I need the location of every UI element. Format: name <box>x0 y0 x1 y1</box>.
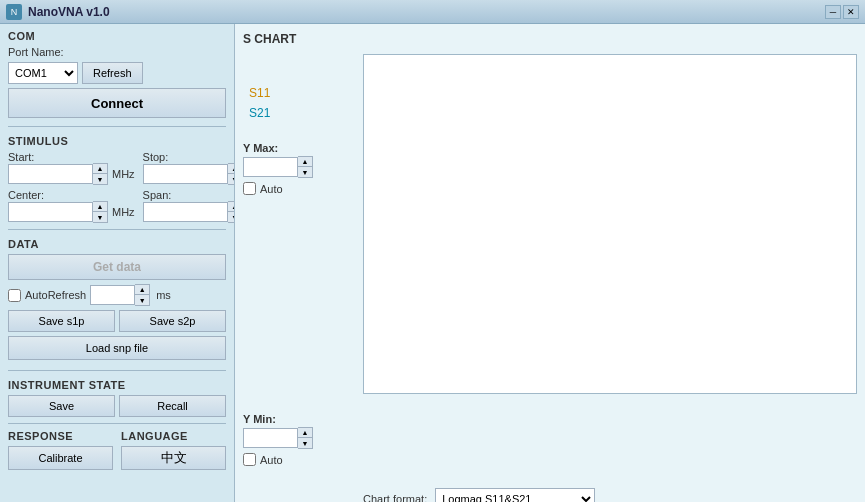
y-min-down-arrow[interactable]: ▼ <box>298 438 312 448</box>
legend-s21: S21 <box>243 104 363 122</box>
com-port-select[interactable]: COM1 COM2 COM3 <box>8 62 78 84</box>
y-min-auto-checkbox[interactable] <box>243 453 256 466</box>
span-input[interactable]: 300.000000 <box>143 202 228 222</box>
interval-up-arrow[interactable]: ▲ <box>135 285 149 295</box>
y-min-input[interactable]: -70.0 <box>243 428 298 448</box>
center-up-arrow[interactable]: ▲ <box>93 202 107 212</box>
stimulus-section-label: STIMULUS <box>8 135 226 147</box>
y-min-label: Y Min: <box>243 413 363 425</box>
interval-input[interactable]: 1200 <box>90 285 135 305</box>
y-min-up-arrow[interactable]: ▲ <box>298 428 312 438</box>
refresh-button[interactable]: Refresh <box>82 62 143 84</box>
minimize-button[interactable]: ─ <box>825 5 841 19</box>
span-label: Span: <box>143 189 235 201</box>
data-section-label: DATA <box>8 238 226 250</box>
stop-input[interactable]: 300.000000 <box>143 164 228 184</box>
y-max-up-arrow[interactable]: ▲ <box>298 157 312 167</box>
port-name-label: Port Name: <box>8 46 64 58</box>
y-max-section: S11 S21 Y Max: 0.0 ▲ ▼ <box>243 84 363 195</box>
y-min-auto-label: Auto <box>260 454 283 466</box>
left-panel: COM Port Name: COM1 COM2 COM3 Refresh Co… <box>0 24 235 502</box>
interval-unit: ms <box>156 289 171 301</box>
response-section-label: RESPONSE <box>8 430 113 442</box>
title-bar: N NanoVNA v1.0 ─ ✕ <box>0 0 865 24</box>
app-icon: N <box>6 4 22 20</box>
center-label: Center: <box>8 189 135 201</box>
save-state-button[interactable]: Save <box>8 395 115 417</box>
stop-up-arrow[interactable]: ▲ <box>228 164 235 174</box>
language-section-label: LANGUAGE <box>121 430 226 442</box>
y-max-label: Y Max: <box>243 142 363 154</box>
calibrate-button[interactable]: Calibrate <box>8 446 113 470</box>
y-max-auto-checkbox[interactable] <box>243 182 256 195</box>
y-min-section: Y Min: -70.0 ▲ ▼ Auto <box>243 413 363 466</box>
chart-title: S CHART <box>243 32 857 46</box>
start-down-arrow[interactable]: ▼ <box>93 174 107 184</box>
autorefresh-checkbox[interactable] <box>8 289 21 302</box>
center-unit: MHz <box>112 206 135 218</box>
save-s1p-button[interactable]: Save s1p <box>8 310 115 332</box>
center-input[interactable]: 150.000000 <box>8 202 93 222</box>
chart-canvas <box>363 54 857 394</box>
close-button[interactable]: ✕ <box>843 5 859 19</box>
get-data-button[interactable]: Get data <box>8 254 226 280</box>
y-axis-controls: S11 S21 Y Max: 0.0 ▲ ▼ <box>243 54 363 502</box>
autorefresh-row: AutoRefresh 1200 ▲ ▼ ms <box>8 284 226 306</box>
center-down-arrow[interactable]: ▼ <box>93 212 107 222</box>
start-unit: MHz <box>112 168 135 180</box>
chart-format-select[interactable]: Logmag S11&S21 Phase S11&S21 Smith Chart… <box>435 488 595 502</box>
start-up-arrow[interactable]: ▲ <box>93 164 107 174</box>
recall-button[interactable]: Recall <box>119 395 226 417</box>
com-section-label: COM <box>8 30 226 42</box>
stop-label: Stop: <box>143 151 235 163</box>
span-down-arrow[interactable]: ▼ <box>228 212 235 222</box>
right-panel: S CHART S11 S21 Y Max: 0.0 <box>235 24 865 502</box>
y-max-input[interactable]: 0.0 <box>243 157 298 177</box>
autorefresh-label: AutoRefresh <box>25 289 86 301</box>
connect-button[interactable]: Connect <box>8 88 226 118</box>
start-label: Start: <box>8 151 135 163</box>
y-max-down-arrow[interactable]: ▼ <box>298 167 312 177</box>
stop-down-arrow[interactable]: ▼ <box>228 174 235 184</box>
app-title: NanoVNA v1.0 <box>28 5 110 19</box>
legend-s11: S11 <box>243 84 363 102</box>
load-snp-button[interactable]: Load snp file <box>8 336 226 360</box>
instrument-state-label: INSTRUMENT STATE <box>8 379 226 391</box>
chart-drawing-area: Chart format: Logmag S11&S21 Phase S11&S… <box>363 54 857 502</box>
language-button[interactable]: 中文 <box>121 446 226 470</box>
interval-down-arrow[interactable]: ▼ <box>135 295 149 305</box>
start-input[interactable]: 0.050000 <box>8 164 93 184</box>
chart-format-label: Chart format: <box>363 493 427 502</box>
span-up-arrow[interactable]: ▲ <box>228 202 235 212</box>
y-max-auto-label: Auto <box>260 183 283 195</box>
save-s2p-button[interactable]: Save s2p <box>119 310 226 332</box>
